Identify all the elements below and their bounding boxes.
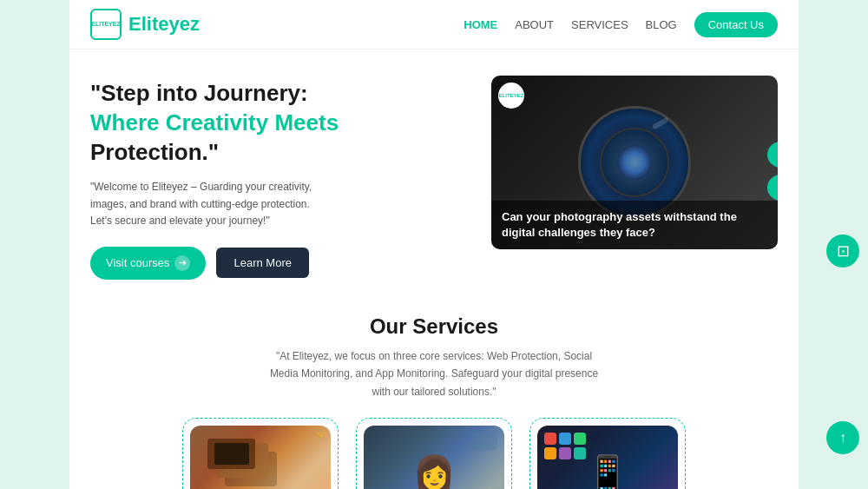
brand: ELITEYEZ Eliteyez <box>90 9 200 40</box>
services-description: "At Eliteyez, we focus on three core ser… <box>260 347 608 400</box>
main-content-card: ELITEYEZ Eliteyez HOME ABOUT SERVICES BL… <box>69 0 799 489</box>
scroll-up-icon: ↑ <box>839 430 846 446</box>
service-card-app: 📱 <box>529 418 686 489</box>
service-card-img-app: 📱 <box>537 426 678 489</box>
brand-name: Eliteyez <box>128 13 200 36</box>
hero-buttons: Visit courses ➜ Learn More <box>90 247 470 280</box>
service-cards: 🤝 👩 📱 <box>90 418 778 489</box>
hero-subtext: "Welcome to Eliteyez – Guarding your cre… <box>90 179 333 229</box>
services-title: Our Services <box>90 314 778 339</box>
nav-home[interactable]: HOME <box>464 18 497 31</box>
camera-lens-inner <box>600 128 669 197</box>
lens-reflection <box>652 116 669 129</box>
chat-icon: ⊡ <box>837 241 850 261</box>
hero-left: "Step into Journery: Where Creativity Me… <box>90 76 470 280</box>
service-card-img-web: 🤝 <box>190 426 331 489</box>
nav-about[interactable]: ABOUT <box>515 18 554 31</box>
nav-services[interactable]: SERVICES <box>571 18 628 31</box>
arrow-icon: ➜ <box>174 255 190 271</box>
chat-float-button[interactable]: ⊡ <box>826 235 859 268</box>
hero-image-logo: ELITEYEZ <box>498 83 524 109</box>
nav-links: HOME ABOUT SERVICES BLOG Contact Us <box>464 12 778 37</box>
scroll-top-button[interactable]: ↑ <box>826 421 859 454</box>
hero-image: ELITEYEZ Can your photography assets wit… <box>491 76 778 249</box>
service-card-web: 🤝 <box>182 418 339 489</box>
service-card-img-social: 👩 <box>364 426 504 489</box>
hero-image-caption: Can your photography assets withstand th… <box>491 201 778 249</box>
page-background: ⊡ ↑ ELITEYEZ Eliteyez HOME ABOUT SERVICE… <box>0 0 868 489</box>
service-card-social: 👩 <box>356 418 512 489</box>
contact-button[interactable]: Contact Us <box>694 12 778 37</box>
nav-blog[interactable]: BLOG <box>646 18 677 31</box>
brand-logo: ELITEYEZ <box>90 9 122 40</box>
learn-more-button[interactable]: Learn More <box>216 248 308 278</box>
hero-section: "Step into Journery: Where Creativity Me… <box>69 50 799 297</box>
visit-courses-button[interactable]: Visit courses ➜ <box>90 247 206 280</box>
services-section: Our Services "At Eliteyez, we focus on t… <box>69 297 799 489</box>
hero-heading: "Step into Journery: Where Creativity Me… <box>90 79 470 167</box>
camera-lens-core <box>617 145 652 180</box>
navbar: ELITEYEZ Eliteyez HOME ABOUT SERVICES BL… <box>69 0 799 50</box>
